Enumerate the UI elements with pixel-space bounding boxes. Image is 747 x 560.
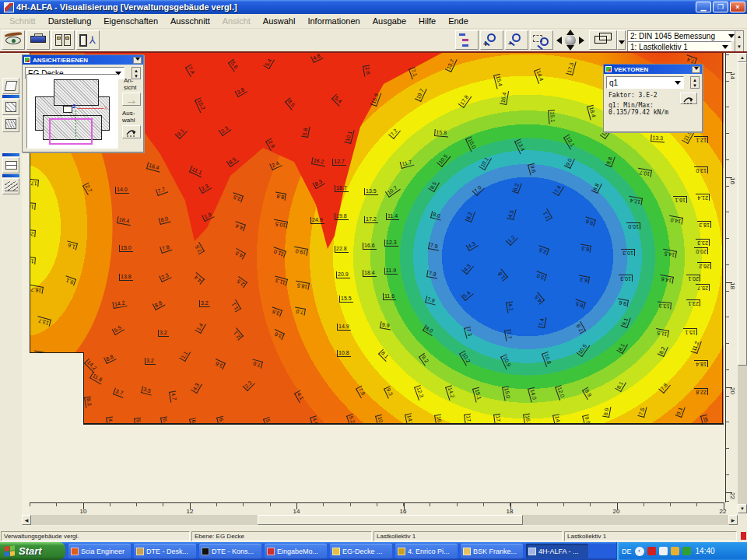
start-button[interactable]: Start: [0, 542, 65, 560]
palette-title-bar[interactable]: ANSICHT/EBENEN: [23, 55, 143, 65]
vector-annotation: 7.9: [574, 321, 586, 334]
scroll-left-icon[interactable]: ◀: [22, 515, 31, 525]
visualisation-button[interactable]: [2, 30, 25, 50]
loadcase-combo[interactable]: 1: Lastkollektiv 1: [627, 41, 731, 52]
vector-annotation: 14.5: [662, 249, 677, 258]
tree-view-button[interactable]: [455, 30, 479, 50]
zoom-in-button[interactable]: +: [480, 30, 503, 50]
tray-icon[interactable]: [671, 547, 679, 555]
menu-item-darstellung[interactable]: Darstellung: [42, 15, 98, 27]
tray-chevron-icon[interactable]: ‹: [635, 547, 644, 556]
chevron-down-icon[interactable]: [728, 34, 735, 38]
view-3d-button[interactable]: [589, 30, 617, 50]
menu-item-hilfe[interactable]: Hilfe: [412, 15, 442, 27]
print-button[interactable]: [26, 30, 50, 50]
vector-annotation: 7.9: [428, 242, 440, 250]
pan-control[interactable]: [555, 30, 586, 51]
table-button[interactable]: [2, 157, 19, 173]
taskbar-button[interactable]: DTE - Kons...: [199, 544, 261, 558]
menu-item-informationen[interactable]: Informationen: [301, 15, 366, 27]
palette-collapse-button[interactable]: [133, 57, 142, 64]
tray-icon[interactable]: [682, 547, 691, 555]
windows-button[interactable]: [51, 30, 75, 50]
ruler-tick-label: 22: [729, 492, 736, 499]
plan-overview[interactable]: 2 x: [26, 74, 118, 149]
exit-door-icon: [79, 34, 87, 47]
pan-up-arrow-icon[interactable]: [566, 30, 574, 35]
close-button[interactable]: ×: [730, 2, 745, 12]
view-3d-dropdown-button[interactable]: [617, 30, 626, 50]
mini-dragbar[interactable]: [2, 153, 19, 156]
menu-item-ausschnitt[interactable]: Ausschnitt: [164, 15, 216, 27]
vector-annotation: 4.4: [192, 272, 205, 285]
pan-down-arrow-icon[interactable]: [566, 45, 574, 51]
vector-annotation: 13.5: [364, 188, 378, 195]
menu-item-auswahl[interactable]: Auswahl: [257, 15, 302, 27]
chevron-down-icon[interactable]: [675, 81, 681, 85]
horizontal-scrollbar[interactable]: ◀ ▶: [22, 515, 738, 525]
palette-collapse-button[interactable]: [692, 66, 700, 73]
taskbar-button[interactable]: EingabeMo...: [265, 544, 327, 558]
menu-item-eigenschaften[interactable]: Eigenschaften: [97, 15, 164, 27]
pan-right-arrow-icon[interactable]: [579, 37, 584, 44]
vector-annotation: 7.8: [658, 381, 671, 394]
scroll-up-icon[interactable]: ▲: [738, 53, 747, 62]
taskbar-button[interactable]: Scia Engineer: [68, 544, 131, 558]
vector-annotation: 11.5: [655, 328, 669, 338]
taskbar-button[interactable]: EG-Decke ...: [330, 544, 392, 558]
task-app-icon: [398, 548, 405, 555]
vector-annotation: 12.0: [555, 385, 566, 401]
vector-annotation: 2.5: [537, 245, 549, 255]
vektor-combo[interactable]: q1: [606, 76, 684, 89]
language-indicator[interactable]: DE: [622, 548, 632, 555]
maximize-button[interactable]: ❐: [713, 2, 728, 12]
vector-annotation: 12.3: [414, 385, 425, 401]
vectors-button[interactable]: [2, 178, 19, 194]
taskbar-button[interactable]: BSK Franke...: [461, 544, 523, 558]
vektor-spinner[interactable]: ▲▼: [690, 76, 700, 89]
menu-item-ende[interactable]: Ende: [442, 15, 475, 27]
vector-annotation: 10.3: [621, 249, 635, 256]
tray-icon[interactable]: [647, 547, 656, 555]
minimize-button[interactable]: ▁: [696, 2, 711, 12]
vektoren-palette[interactable]: VEKTOREN q1 ▲▼ Faktor: 3.E-2 q1: Min/Max…: [603, 64, 703, 132]
menu-item-ausgabe[interactable]: Ausgabe: [366, 15, 412, 27]
loadcase-spinner[interactable]: ▲▼: [735, 30, 744, 52]
ansicht-apply-button[interactable]: →: [122, 93, 141, 106]
plane-view-button[interactable]: [2, 78, 19, 94]
horizontal-scroll-thumb[interactable]: [258, 515, 523, 525]
zoom-window-button[interactable]: [530, 30, 553, 50]
taskbar-button[interactable]: 4H-ALFA - ...: [526, 544, 588, 558]
vertical-scroll-thumb[interactable]: [738, 62, 747, 366]
mesh-button[interactable]: [2, 116, 19, 132]
vector-annotation: 5.4: [461, 289, 473, 301]
mini-dragbar[interactable]: [2, 95, 19, 98]
tree-icon: [459, 33, 475, 47]
chevron-down-icon[interactable]: [722, 45, 728, 49]
menu-bar: SchnittDarstellungEigenschaftenAusschnit…: [0, 14, 747, 29]
ruler-vertical: 1416182022: [725, 53, 737, 502]
exit-button[interactable]: ⅄: [76, 30, 100, 50]
status-bar: Verwaltungsgebäude vergl.Ebene: EG Decke…: [0, 530, 747, 542]
pan-left-arrow-icon[interactable]: [556, 37, 562, 44]
vector-annotation: 18.4: [587, 105, 597, 120]
auswahl-button[interactable]: [122, 125, 141, 138]
tray-icon[interactable]: [659, 547, 668, 555]
scroll-right-icon[interactable]: ▶: [728, 515, 738, 525]
vector-annotation: 13.4: [514, 138, 527, 154]
vector-annotation: 6.3: [580, 244, 591, 253]
faktor-button[interactable]: [680, 93, 697, 104]
vector-annotation: 9.2: [419, 353, 430, 366]
taskbar-button[interactable]: DTE - Desk...: [134, 544, 196, 558]
title-bar[interactable]: 4H-ALFA - Visualisierung [Verwaltungsgeb…: [0, 0, 747, 14]
contour-fill-button[interactable]: [2, 99, 19, 115]
scroll-down-icon[interactable]: ▼: [738, 504, 747, 513]
ansicht-ebenen-palette[interactable]: ANSICHT/EBENEN EG Decke ▲▼ 2 x An- sicht…: [22, 54, 144, 152]
palette-title-bar[interactable]: VEKTOREN: [604, 65, 702, 74]
mini-dragbar[interactable]: [2, 174, 19, 177]
vertical-scrollbar[interactable]: ▲ ▼: [738, 53, 747, 513]
vector-annotation: 7.9: [426, 270, 438, 278]
zoom-out-button[interactable]: −: [505, 30, 528, 50]
design-combo[interactable]: 2: DIN 1045 Bemessung: [627, 30, 738, 41]
taskbar-button[interactable]: 4. Enrico Pi...: [395, 544, 458, 558]
